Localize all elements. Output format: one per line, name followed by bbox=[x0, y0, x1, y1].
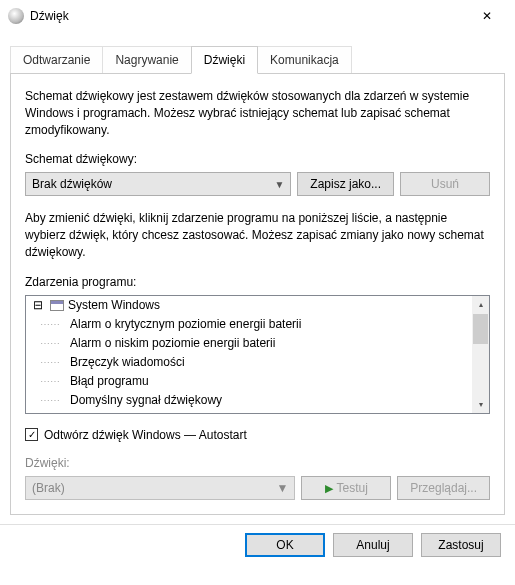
autostart-label: Odtwórz dźwięk Windows — Autostart bbox=[44, 428, 247, 442]
button-label: Usuń bbox=[431, 177, 459, 191]
autostart-checkbox-row[interactable]: ✓ Odtwórz dźwięk Windows — Autostart bbox=[25, 428, 490, 442]
sound-combo: (Brak) ▼ bbox=[25, 476, 295, 500]
chevron-down-icon: ▼ bbox=[274, 179, 284, 190]
scroll-up-icon[interactable]: ▴ bbox=[472, 296, 489, 313]
tab-playback[interactable]: Odtwarzanie bbox=[10, 46, 103, 73]
tree-item[interactable]: ⋯⋯Alarm o niskim poziomie energii bateri… bbox=[26, 334, 472, 353]
cancel-button[interactable]: Anuluj bbox=[333, 533, 413, 557]
tree-item[interactable]: ⋯⋯Alarm o krytycznym poziomie energii ba… bbox=[26, 315, 472, 334]
dialog-footer: OK Anuluj Zastosuj bbox=[0, 524, 515, 565]
tree-item-label: Błąd programu bbox=[70, 374, 149, 388]
scroll-thumb[interactable] bbox=[473, 314, 488, 344]
scheme-combo[interactable]: Brak dźwięków ▼ bbox=[25, 172, 291, 196]
tree-root[interactable]: ⊟ System Windows bbox=[26, 296, 472, 315]
tab-sounds[interactable]: Dźwięki bbox=[191, 46, 258, 74]
scroll-track[interactable] bbox=[472, 345, 489, 396]
events-listbox[interactable]: ⊟ System Windows ⋯⋯Alarm o krytycznym po… bbox=[25, 295, 490, 414]
button-label: OK bbox=[276, 538, 293, 552]
play-icon: ▶ bbox=[325, 482, 333, 494]
tree-item-label: Alarm o krytycznym poziomie energii bate… bbox=[70, 317, 301, 331]
tab-recording[interactable]: Nagrywanie bbox=[102, 46, 191, 73]
tab-label: Komunikacja bbox=[270, 53, 339, 67]
close-button[interactable]: ✕ bbox=[467, 1, 507, 31]
tree-connector: ⋯⋯ bbox=[40, 357, 70, 368]
delete-button: Usuń bbox=[400, 172, 490, 196]
button-label: Testuj bbox=[337, 481, 368, 495]
tab-label: Odtwarzanie bbox=[23, 53, 90, 67]
tree-item[interactable]: ⋯⋯Domyślny sygnał dźwiękowy bbox=[26, 391, 472, 410]
tree-item-label: Domyślny sygnał dźwiękowy bbox=[70, 393, 222, 407]
window-icon bbox=[50, 300, 64, 311]
app-icon bbox=[8, 8, 24, 24]
tab-label: Dźwięki bbox=[204, 53, 245, 67]
apply-button[interactable]: Zastosuj bbox=[421, 533, 501, 557]
tree-item-label: Alarm o niskim poziomie energii baterii bbox=[70, 336, 275, 350]
scroll-down-icon[interactable]: ▾ bbox=[472, 396, 489, 413]
button-label: Zapisz jako... bbox=[310, 177, 381, 191]
button-label: Przeglądaj... bbox=[410, 481, 477, 495]
tree-root-label: System Windows bbox=[68, 298, 160, 312]
tab-label: Nagrywanie bbox=[115, 53, 178, 67]
save-as-button[interactable]: Zapisz jako... bbox=[297, 172, 394, 196]
title-bar: Dźwięk ✕ bbox=[0, 0, 515, 32]
tree-connector: ⋯⋯ bbox=[40, 319, 70, 330]
chevron-down-icon: ▼ bbox=[276, 481, 288, 495]
tree-item-label: Brzęczyk wiadomości bbox=[70, 355, 185, 369]
tree-item[interactable]: ⋯⋯Błąd programu bbox=[26, 372, 472, 391]
scheme-description: Schemat dźwiękowy jest zestawem dźwięków… bbox=[25, 88, 490, 138]
test-button: ▶Testuj bbox=[301, 476, 391, 500]
sound-combo-value: (Brak) bbox=[32, 481, 65, 495]
scheme-label: Schemat dźwiękowy: bbox=[25, 152, 490, 166]
tree-connector: ⋯⋯ bbox=[40, 376, 70, 387]
tab-communication[interactable]: Komunikacja bbox=[257, 46, 352, 73]
events-description: Aby zmienić dźwięki, kliknij zdarzenie p… bbox=[25, 210, 490, 260]
tree-item[interactable]: ⋯⋯Brzęczyk wiadomości bbox=[26, 353, 472, 372]
scrollbar[interactable]: ▴ ▾ bbox=[472, 296, 489, 413]
tree-connector: ⋯⋯ bbox=[40, 395, 70, 406]
sounds-label: Dźwięki: bbox=[25, 456, 490, 470]
events-tree[interactable]: ⊟ System Windows ⋯⋯Alarm o krytycznym po… bbox=[26, 296, 472, 413]
button-label: Anuluj bbox=[356, 538, 389, 552]
button-label: Zastosuj bbox=[438, 538, 483, 552]
scheme-combo-value: Brak dźwięków bbox=[32, 177, 112, 191]
tab-panel: Schemat dźwiękowy jest zestawem dźwięków… bbox=[10, 73, 505, 515]
close-icon: ✕ bbox=[482, 9, 492, 23]
browse-button: Przeglądaj... bbox=[397, 476, 490, 500]
ok-button[interactable]: OK bbox=[245, 533, 325, 557]
events-label: Zdarzenia programu: bbox=[25, 275, 490, 289]
window-title: Dźwięk bbox=[30, 9, 467, 23]
minus-icon[interactable]: ⊟ bbox=[30, 298, 46, 312]
checkbox-icon[interactable]: ✓ bbox=[25, 428, 38, 441]
tree-connector: ⋯⋯ bbox=[40, 338, 70, 349]
tab-strip: Odtwarzanie Nagrywanie Dźwięki Komunikac… bbox=[0, 32, 515, 74]
